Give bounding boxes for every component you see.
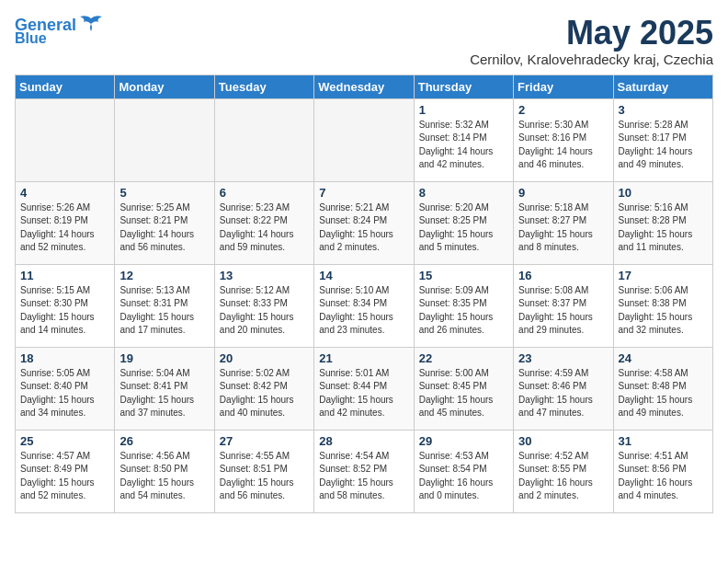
day-info: Sunrise: 5:02 AM Sunset: 8:42 PM Dayligh… [220,367,309,420]
day-number: 18 [20,351,109,365]
weekday-header-sunday: Sunday [16,75,115,98]
calendar-cell: 28Sunrise: 4:54 AM Sunset: 8:52 PM Dayli… [314,430,414,512]
day-number: 20 [220,351,309,365]
day-info: Sunrise: 5:05 AM Sunset: 8:40 PM Dayligh… [20,367,109,420]
calendar-cell: 19Sunrise: 5:04 AM Sunset: 8:41 PM Dayli… [115,347,214,430]
calendar-cell: 11Sunrise: 5:15 AM Sunset: 8:30 PM Dayli… [16,264,115,347]
calendar-week-row: 11Sunrise: 5:15 AM Sunset: 8:30 PM Dayli… [16,264,713,347]
day-info: Sunrise: 5:06 AM Sunset: 8:38 PM Dayligh… [619,284,708,338]
calendar-cell: 17Sunrise: 5:06 AM Sunset: 8:38 PM Dayli… [613,264,712,347]
calendar-cell: 4Sunrise: 5:26 AM Sunset: 8:19 PM Daylig… [16,181,115,264]
weekday-header-saturday: Saturday [613,75,712,98]
calendar-cell: 8Sunrise: 5:20 AM Sunset: 8:25 PM Daylig… [414,181,513,264]
day-info: Sunrise: 5:09 AM Sunset: 8:35 PM Dayligh… [419,284,508,338]
calendar-cell: 15Sunrise: 5:09 AM Sunset: 8:35 PM Dayli… [414,264,513,347]
day-info: Sunrise: 5:18 AM Sunset: 8:27 PM Dayligh… [518,201,608,255]
day-info: Sunrise: 5:32 AM Sunset: 8:14 PM Dayligh… [419,119,508,172]
calendar-cell: 3Sunrise: 5:28 AM Sunset: 8:17 PM Daylig… [613,98,712,181]
calendar-cell [314,98,414,181]
day-number: 3 [619,103,708,117]
calendar-cell: 2Sunrise: 5:30 AM Sunset: 8:16 PM Daylig… [514,98,613,181]
calendar-cell: 27Sunrise: 4:55 AM Sunset: 8:51 PM Dayli… [214,430,313,512]
day-info: Sunrise: 5:12 AM Sunset: 8:33 PM Dayligh… [220,284,309,338]
day-info: Sunrise: 4:56 AM Sunset: 8:50 PM Dayligh… [119,450,209,503]
calendar-cell [115,98,214,181]
calendar-body: 1Sunrise: 5:32 AM Sunset: 8:14 PM Daylig… [16,98,713,512]
weekday-header-monday: Monday [115,75,214,98]
day-number: 29 [419,434,508,448]
weekday-header-row: SundayMondayTuesdayWednesdayThursdayFrid… [16,75,713,98]
day-info: Sunrise: 5:20 AM Sunset: 8:25 PM Dayligh… [419,201,508,255]
day-number: 7 [319,186,408,200]
calendar-cell: 9Sunrise: 5:18 AM Sunset: 8:27 PM Daylig… [514,181,613,264]
day-number: 9 [518,186,608,200]
day-number: 22 [419,351,508,365]
calendar-week-row: 4Sunrise: 5:26 AM Sunset: 8:19 PM Daylig… [16,181,713,264]
weekday-header-wednesday: Wednesday [314,75,414,98]
calendar-cell: 24Sunrise: 4:58 AM Sunset: 8:48 PM Dayli… [613,347,712,430]
day-info: Sunrise: 5:23 AM Sunset: 8:22 PM Dayligh… [220,201,309,255]
calendar-cell: 22Sunrise: 5:00 AM Sunset: 8:45 PM Dayli… [414,347,513,430]
day-number: 15 [419,269,508,282]
day-number: 8 [419,186,508,200]
day-number: 28 [319,434,408,448]
day-number: 4 [20,186,109,200]
weekday-header-tuesday: Tuesday [214,75,313,98]
calendar-cell: 16Sunrise: 5:08 AM Sunset: 8:37 PM Dayli… [514,264,613,347]
weekday-header-friday: Friday [514,75,613,98]
calendar-cell: 5Sunrise: 5:25 AM Sunset: 8:21 PM Daylig… [115,181,214,264]
calendar-cell: 31Sunrise: 4:51 AM Sunset: 8:56 PM Dayli… [613,430,712,512]
calendar-cell: 7Sunrise: 5:21 AM Sunset: 8:24 PM Daylig… [314,181,414,264]
day-info: Sunrise: 5:01 AM Sunset: 8:44 PM Dayligh… [319,367,408,420]
day-info: Sunrise: 4:59 AM Sunset: 8:46 PM Dayligh… [518,367,608,420]
logo-blue-text: Blue [15,31,47,46]
calendar-cell [16,98,115,181]
page-header: General Blue May 2025 Cernilov, Kraloveh… [15,15,713,67]
calendar-cell: 26Sunrise: 4:56 AM Sunset: 8:50 PM Dayli… [115,430,214,512]
day-number: 27 [220,434,309,448]
day-number: 11 [20,269,109,282]
day-info: Sunrise: 4:53 AM Sunset: 8:54 PM Dayligh… [419,450,508,503]
day-info: Sunrise: 5:04 AM Sunset: 8:41 PM Dayligh… [119,367,209,420]
day-number: 19 [119,351,209,365]
day-info: Sunrise: 5:10 AM Sunset: 8:34 PM Dayligh… [319,284,408,338]
day-number: 16 [518,269,608,282]
day-info: Sunrise: 5:28 AM Sunset: 8:17 PM Dayligh… [619,119,708,172]
day-number: 5 [119,186,209,200]
calendar-cell: 18Sunrise: 5:05 AM Sunset: 8:40 PM Dayli… [16,347,115,430]
calendar-cell: 30Sunrise: 4:52 AM Sunset: 8:55 PM Dayli… [514,430,613,512]
day-info: Sunrise: 5:26 AM Sunset: 8:19 PM Dayligh… [20,201,109,255]
calendar-cell: 23Sunrise: 4:59 AM Sunset: 8:46 PM Dayli… [514,347,613,430]
day-number: 30 [518,434,608,448]
calendar-cell [214,98,313,181]
day-info: Sunrise: 4:57 AM Sunset: 8:49 PM Dayligh… [20,450,109,503]
day-number: 6 [220,186,309,200]
day-number: 12 [119,269,209,282]
day-number: 14 [319,269,408,282]
calendar-header: SundayMondayTuesdayWednesdayThursdayFrid… [16,75,713,98]
day-info: Sunrise: 4:54 AM Sunset: 8:52 PM Dayligh… [319,450,408,503]
calendar-week-row: 25Sunrise: 4:57 AM Sunset: 8:49 PM Dayli… [16,430,713,512]
day-number: 17 [619,269,708,282]
day-info: Sunrise: 5:25 AM Sunset: 8:21 PM Dayligh… [119,201,209,255]
day-info: Sunrise: 5:08 AM Sunset: 8:37 PM Dayligh… [518,284,608,338]
day-number: 13 [220,269,309,282]
logo-bird-icon [78,15,104,35]
day-info: Sunrise: 4:55 AM Sunset: 8:51 PM Dayligh… [220,450,309,503]
calendar-cell: 10Sunrise: 5:16 AM Sunset: 8:28 PM Dayli… [613,181,712,264]
day-info: Sunrise: 5:30 AM Sunset: 8:16 PM Dayligh… [518,119,608,172]
day-info: Sunrise: 4:52 AM Sunset: 8:55 PM Dayligh… [518,450,608,503]
calendar-cell: 12Sunrise: 5:13 AM Sunset: 8:31 PM Dayli… [115,264,214,347]
day-info: Sunrise: 5:15 AM Sunset: 8:30 PM Dayligh… [20,284,109,338]
calendar-table: SundayMondayTuesdayWednesdayThursdayFrid… [15,75,713,513]
day-number: 10 [619,186,708,200]
calendar-cell: 1Sunrise: 5:32 AM Sunset: 8:14 PM Daylig… [414,98,513,181]
day-info: Sunrise: 5:00 AM Sunset: 8:45 PM Dayligh… [419,367,508,420]
calendar-title: May 2025 [470,15,713,52]
calendar-cell: 25Sunrise: 4:57 AM Sunset: 8:49 PM Dayli… [16,430,115,512]
calendar-subtitle: Cernilov, Kralovehradecky kraj, Czechia [470,52,713,67]
day-info: Sunrise: 5:21 AM Sunset: 8:24 PM Dayligh… [319,201,408,255]
day-info: Sunrise: 5:13 AM Sunset: 8:31 PM Dayligh… [119,284,209,338]
calendar-cell: 29Sunrise: 4:53 AM Sunset: 8:54 PM Dayli… [414,430,513,512]
calendar-cell: 20Sunrise: 5:02 AM Sunset: 8:42 PM Dayli… [214,347,313,430]
